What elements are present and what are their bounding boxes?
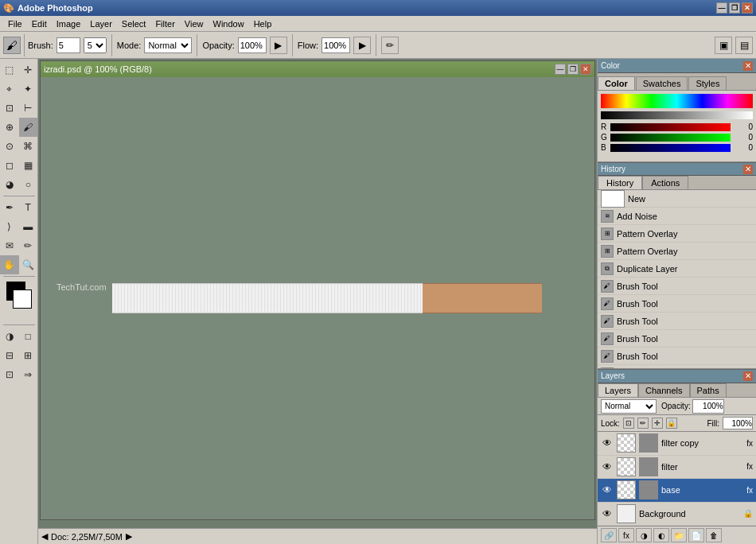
tool-shape[interactable]: ▬ [19, 217, 38, 236]
tool-notes[interactable]: ✉ [0, 236, 19, 255]
tool-marquee-rect[interactable]: ⬚ [0, 60, 19, 80]
layer-item-background[interactable]: 👁 Background 🔒 [598, 503, 756, 526]
tab-layers[interactable]: Layers [598, 383, 638, 397]
tab-channels[interactable]: Channels [638, 383, 689, 397]
tool-eyedropper[interactable]: ✏ [19, 236, 38, 255]
layer-opacity-input[interactable] [692, 399, 724, 414]
tool-type[interactable]: T [19, 198, 38, 217]
fill-input[interactable] [723, 417, 753, 429]
minimize-button[interactable]: — [716, 2, 727, 14]
tab-styles[interactable]: Styles [688, 76, 727, 90]
tool-gradient[interactable]: ▦ [19, 156, 38, 175]
history-item-4[interactable]: 🖌 Brush Tool [598, 278, 756, 295]
new-group-btn[interactable]: 📁 [671, 528, 687, 542]
tool-screen-mode1[interactable]: ⊟ [0, 346, 19, 365]
history-item-9[interactable]: 🖌 Brush Tool [598, 365, 756, 369]
tool-stamp[interactable]: ⊙ [0, 137, 19, 156]
menu-help[interactable]: Help [249, 17, 277, 30]
tab-actions[interactable]: Actions [642, 176, 688, 189]
tool-move[interactable]: ✛ [19, 60, 38, 80]
menu-image[interactable]: Image [52, 17, 86, 30]
tool-brush[interactable]: 🖌 [19, 118, 38, 137]
brush-size-input[interactable] [57, 37, 80, 53]
layers-panel-close[interactable]: ✕ [743, 371, 753, 381]
color-spectrum[interactable] [601, 94, 753, 108]
layer-item-base[interactable]: 👁 base fx [598, 479, 756, 502]
menu-file[interactable]: File [3, 17, 27, 30]
document-canvas[interactable]: TechTut.com [41, 77, 594, 519]
brush-picker[interactable]: 5 [84, 37, 107, 53]
tab-history[interactable]: History [598, 176, 642, 189]
lock-paint-icon[interactable]: ✏ [637, 418, 649, 429]
close-button[interactable]: ✕ [742, 2, 753, 14]
layer-eye-filter-copy[interactable]: 👁 [601, 437, 614, 449]
tool-pen[interactable]: ✒ [0, 198, 19, 217]
layer-mode-select[interactable]: Normal Multiply [601, 399, 657, 414]
tab-color[interactable]: Color [598, 76, 635, 90]
color-panel-close[interactable]: ✕ [743, 61, 753, 71]
tool-heal[interactable]: ⊕ [0, 118, 19, 137]
menu-view[interactable]: View [180, 17, 208, 30]
history-panel-close[interactable]: ✕ [743, 165, 753, 174]
r-slider[interactable] [610, 123, 731, 131]
menu-filter[interactable]: Filter [150, 17, 179, 30]
layer-item-filter-copy[interactable]: 👁 filter copy fx [598, 432, 756, 455]
lock-transparent-icon[interactable]: ⊡ [623, 418, 634, 429]
menu-edit[interactable]: Edit [27, 17, 52, 30]
background-color[interactable] [13, 289, 32, 309]
tab-swatches[interactable]: Swatches [636, 76, 688, 90]
lock-move-icon[interactable]: ✛ [652, 418, 663, 429]
history-item-0[interactable]: ≋ Add Noise [598, 208, 756, 225]
status-arrow-right[interactable]: ▶ [126, 531, 132, 542]
opacity-arrow[interactable]: ▶ [270, 37, 287, 54]
history-item-7[interactable]: 🖌 Brush Tool [598, 330, 756, 348]
status-arrow-left[interactable]: ◀ [41, 531, 48, 542]
tool-history-brush[interactable]: ⌘ [19, 137, 38, 156]
grayscale-bar[interactable] [601, 111, 753, 119]
g-slider[interactable] [610, 134, 731, 142]
menu-window[interactable]: Window [208, 17, 249, 30]
history-item-5[interactable]: 🖌 Brush Tool [598, 295, 756, 313]
tool-dodge[interactable]: ○ [19, 175, 38, 194]
tool-blur[interactable]: ◕ [0, 175, 19, 194]
history-item-new[interactable]: New [598, 190, 756, 208]
tool-quick-mask[interactable]: ◑ [0, 327, 19, 346]
restore-button[interactable]: ❐ [729, 2, 740, 14]
flow-input[interactable] [321, 37, 350, 53]
layer-eye-background[interactable]: 👁 [601, 507, 614, 520]
tool-screen-mode3[interactable]: ⊡ [0, 365, 19, 384]
layer-item-filter[interactable]: 👁 filter fx [598, 456, 756, 479]
tool-zoom[interactable]: 🔍 [19, 255, 38, 274]
brush-tool-icon[interactable]: 🖌 [3, 37, 21, 54]
menu-select[interactable]: Select [117, 17, 151, 30]
tool-hand[interactable]: ✋ [0, 255, 19, 274]
add-mask-btn[interactable]: ◑ [636, 528, 652, 542]
airbrush-icon[interactable]: ✏ [381, 37, 399, 54]
b-slider[interactable] [610, 144, 731, 152]
mode-select[interactable]: Normal Multiply Screen [144, 37, 192, 53]
layer-eye-filter[interactable]: 👁 [601, 460, 614, 473]
toggle-palette2[interactable]: ▤ [735, 37, 753, 54]
toggle-palette1[interactable]: ▣ [715, 37, 732, 54]
history-item-3[interactable]: ⧉ Duplicate Layer [598, 260, 756, 278]
tool-path-select[interactable]: ⟩ [0, 217, 19, 236]
tab-paths[interactable]: Paths [690, 383, 727, 397]
menu-layer[interactable]: Layer [85, 17, 117, 30]
tool-eraser[interactable]: ◻ [0, 156, 19, 175]
new-layer-btn[interactable]: 📄 [688, 528, 704, 542]
new-adjustment-btn[interactable]: ◐ [653, 528, 669, 542]
add-style-btn[interactable]: fx [618, 528, 634, 542]
tool-crop[interactable]: ⊡ [0, 99, 19, 118]
tool-screen-mode2[interactable]: ⊞ [19, 346, 38, 365]
history-item-1[interactable]: ⊞ Pattern Overlay [598, 225, 756, 243]
link-layers-btn[interactable]: 🔗 [601, 528, 617, 542]
delete-layer-btn[interactable]: 🗑 [706, 528, 722, 542]
flow-arrow[interactable]: ▶ [353, 37, 371, 54]
doc-restore[interactable]: ❐ [567, 64, 579, 75]
tool-magic-wand[interactable]: ✦ [19, 80, 38, 99]
doc-minimize[interactable]: — [555, 64, 566, 75]
tool-lasso[interactable]: ⌖ [0, 80, 19, 99]
history-item-6[interactable]: 🖌 Brush Tool [598, 313, 756, 330]
lock-all-icon[interactable]: 🔒 [666, 418, 677, 429]
tool-jump[interactable]: ⇒ [19, 365, 38, 384]
